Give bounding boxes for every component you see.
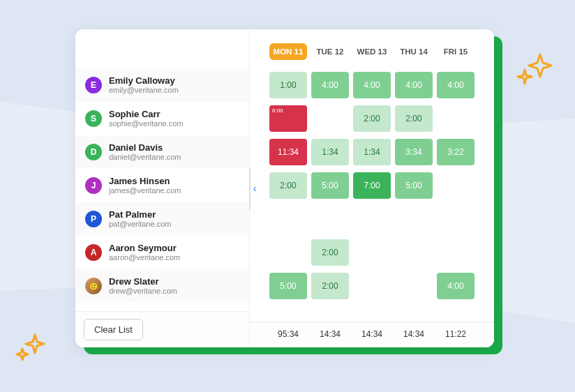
time-cell[interactable]: 3:34	[395, 139, 433, 165]
person-name: Drew Slater	[109, 276, 177, 287]
schedule-row: 11:341:341:343:343:22	[269, 135, 487, 169]
day-tab[interactable]: TUE 12	[311, 43, 349, 60]
time-cell[interactable]: 11:34	[269, 139, 307, 165]
person-name: Sophie Carr	[109, 109, 184, 120]
time-cell[interactable]: 1:34	[353, 139, 391, 165]
schedule-row: 5:002:004:00	[269, 269, 487, 303]
time-cell[interactable]: 3:22	[437, 139, 475, 165]
schedule-pane: ‹ MON 11TUE 12WED 13THU 14FRI 15 1:004:0…	[250, 29, 494, 347]
time-cell[interactable]: 7:00	[353, 172, 391, 199]
column-total: 14:34	[353, 329, 391, 339]
time-cell[interactable]: 4:00	[437, 72, 475, 98]
sparkle-icon	[14, 331, 47, 364]
person-email: sophie@veritane.com	[109, 119, 184, 128]
schedule-row: 6:002:002:00	[269, 102, 487, 135]
column-total: 11:22	[437, 329, 475, 339]
time-cell[interactable]: 5:00	[395, 172, 433, 199]
person-row[interactable]: DDaniel Davisdaniel@veritane.com	[75, 135, 249, 169]
person-row[interactable]: EEmily Callowayemily@veritane.com	[75, 68, 249, 102]
person-email: drew@veritane.com	[109, 287, 177, 296]
time-cell[interactable]: 2:00	[311, 239, 349, 266]
time-cell[interactable]: 4:00	[353, 72, 391, 98]
time-cell[interactable]: 1:34	[311, 139, 349, 165]
time-cell[interactable]: 4:00	[311, 72, 349, 98]
day-tab[interactable]: THU 14	[395, 43, 433, 60]
schedule-row: 1:004:004:004:004:00	[269, 68, 487, 102]
sparkle-icon	[515, 49, 554, 88]
people-pane: EEmily Callowayemily@veritane.comSSophie…	[75, 29, 250, 347]
avatar: J	[85, 177, 102, 194]
time-cell[interactable]: 2:00	[311, 273, 349, 299]
column-total: 14:34	[311, 329, 349, 339]
avatar: D	[85, 144, 102, 160]
schedule-row: 2:00	[269, 236, 487, 269]
avatar-photo: 🙂	[85, 278, 102, 294]
day-header: MON 11TUE 12WED 13THU 14FRI 15	[250, 29, 494, 68]
person-row[interactable]: JJames Hinsenjames@veritane.com	[75, 169, 249, 202]
column-total: 95:34	[269, 329, 307, 339]
chevron-left-icon: ‹	[253, 183, 257, 194]
time-cell[interactable]: 6:00	[269, 105, 307, 132]
time-cell[interactable]: 2:00	[353, 105, 391, 132]
avatar: P	[85, 211, 102, 227]
day-tab[interactable]: MON 11	[269, 43, 307, 60]
person-name: James Hinsen	[109, 176, 181, 187]
person-name: Emily Calloway	[109, 75, 179, 86]
person-name: Aaron Seymour	[109, 243, 180, 254]
person-email: pat@veritane.com	[109, 220, 171, 229]
person-email: emily@veritane.com	[109, 86, 179, 95]
avatar: S	[85, 110, 102, 127]
avatar: A	[85, 244, 102, 261]
time-cell[interactable]: 2:00	[395, 105, 433, 132]
person-row[interactable]: AAaron Seymouraaron@veritane.com	[75, 236, 249, 269]
person-email: daniel@veritane.com	[109, 153, 181, 162]
day-tab[interactable]: WED 13	[353, 43, 391, 60]
person-row[interactable]: PPat Palmerpat@veritane.com	[75, 202, 249, 236]
person-row[interactable]: 🙂Drew Slaterdrew@veritane.com	[75, 269, 249, 303]
time-cell[interactable]: 2:00	[269, 172, 307, 199]
schedule-row: 2:005:007:005:00	[269, 169, 487, 202]
day-tab[interactable]: FRI 15	[437, 43, 475, 60]
person-name: Daniel Davis	[109, 142, 181, 153]
time-cell[interactable]: 1:00	[269, 72, 307, 98]
schedule-row	[269, 202, 487, 236]
time-cell[interactable]: 4:00	[437, 273, 475, 299]
column-total: 14:34	[395, 329, 433, 339]
clear-list-button[interactable]: Clear List	[84, 319, 143, 340]
person-name: Pat Palmer	[109, 209, 171, 220]
person-email: aaron@veritane.com	[109, 253, 180, 262]
person-row[interactable]: SSophie Carrsophie@veritane.com	[75, 102, 249, 135]
collapse-handle[interactable]: ‹	[249, 167, 259, 209]
time-cell[interactable]: 4:00	[395, 72, 433, 98]
timesheet-card: EEmily Callowayemily@veritane.comSSophie…	[75, 29, 494, 347]
avatar: E	[85, 77, 102, 93]
person-email: james@veritane.com	[109, 186, 181, 195]
time-cell[interactable]: 5:00	[311, 172, 349, 199]
totals-row: 95:3414:3414:3414:3411:22	[250, 322, 494, 347]
time-cell[interactable]: 5:00	[269, 273, 307, 299]
